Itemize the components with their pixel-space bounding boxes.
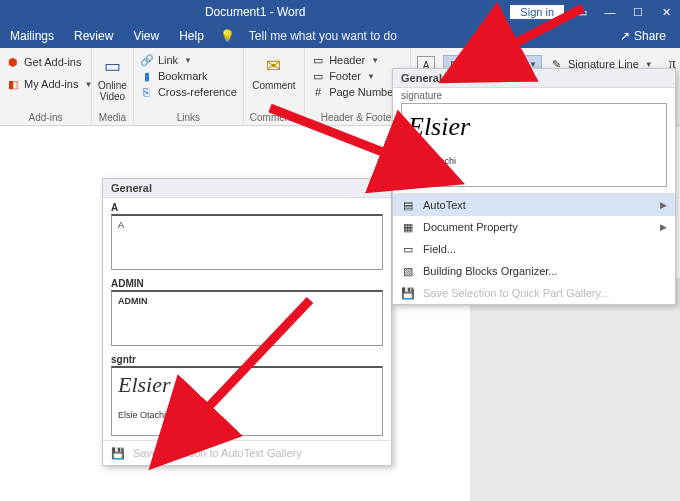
minimize-icon[interactable]: — <box>596 0 624 24</box>
bookmark-icon: ▮ <box>140 69 154 83</box>
crossref-button[interactable]: ⎘ Cross-reference <box>140 84 237 100</box>
chevron-right-icon: ▶ <box>660 200 667 210</box>
save-autotext-label: Save Selection to AutoText Gallery <box>133 447 302 459</box>
share-icon: ↗ <box>620 29 630 43</box>
footer-icon: ▭ <box>311 69 325 83</box>
docprop-menuitem[interactable]: ▦ Document Property ▶ <box>393 216 675 238</box>
quickparts-dropdown: General signature Elsier Elsie Otachi ▤ … <box>392 68 676 305</box>
tabbar: Mailings Review View Help 💡 Tell me what… <box>0 24 680 48</box>
comment-label: Comment <box>252 80 295 91</box>
autotext-admin-preview[interactable]: ADMIN <box>111 290 383 346</box>
group-headerfooter-label: Header & Footer <box>311 112 404 125</box>
crossref-label: Cross-reference <box>158 86 237 98</box>
autotext-admin-content: ADMIN <box>118 296 148 306</box>
autotext-signature-name: Elsie Otachi <box>118 410 376 420</box>
save-icon: 💾 <box>111 446 125 460</box>
online-video-label: OnlineVideo <box>98 80 127 102</box>
quickparts-signature-label: signature <box>393 88 675 101</box>
chevron-down-icon: ▼ <box>371 56 379 65</box>
maximize-icon[interactable]: ☐ <box>624 0 652 24</box>
addins-icon: ◧ <box>6 77 20 91</box>
comment-icon: ✉ <box>262 54 286 78</box>
group-media-label: Media <box>98 112 127 125</box>
store-icon: ⬢ <box>6 55 20 69</box>
save-icon: 💾 <box>401 286 415 300</box>
ribbon-display-icon[interactable]: ▭ <box>568 0 596 24</box>
header-label: Header <box>329 54 365 66</box>
tab-review[interactable]: Review <box>64 29 123 43</box>
tab-mailings[interactable]: Mailings <box>0 29 64 43</box>
pagenum-icon: # <box>311 85 325 99</box>
tab-view[interactable]: View <box>123 29 169 43</box>
autotext-admin-label: ADMIN <box>103 274 391 290</box>
footer-label: Footer <box>329 70 361 82</box>
autotext-signature-script: Elsier <box>118 372 376 398</box>
save-autotext-menuitem: 💾 Save Selection to AutoText Gallery <box>103 440 391 465</box>
signature-name: Elsie Otachi <box>408 156 660 166</box>
autotext-a-content: A <box>118 220 124 230</box>
window-title: Document1 - Word <box>0 5 510 19</box>
lightbulb-icon: 💡 <box>220 29 235 43</box>
get-addins-button[interactable]: ⬢ Get Add-ins <box>6 54 92 70</box>
bborg-label: Building Blocks Organizer... <box>423 265 558 277</box>
get-addins-label: Get Add-ins <box>24 56 81 68</box>
comment-button[interactable]: ✉ Comment <box>252 50 295 91</box>
link-button[interactable]: 🔗 Link ▼ <box>140 52 237 68</box>
header-button[interactable]: ▭ Header ▼ <box>311 52 411 68</box>
signature-script: Elsier <box>408 112 660 142</box>
online-video-button[interactable]: ▭ OnlineVideo <box>98 50 127 102</box>
field-label: Field... <box>423 243 456 255</box>
quickparts-general-header: General <box>393 69 675 88</box>
group-comments-label: Comments <box>250 112 298 125</box>
signin-button[interactable]: Sign in <box>510 5 564 19</box>
group-addins-label: Add-ins <box>6 112 85 125</box>
window-controls: ▭ — ☐ ✕ <box>568 0 680 24</box>
bborg-menuitem[interactable]: ▧ Building Blocks Organizer... <box>393 260 675 282</box>
quickparts-menu: ▤ AutoText ▶ ▦ Document Property ▶ ▭ Fie… <box>393 193 675 304</box>
close-icon[interactable]: ✕ <box>652 0 680 24</box>
pagenum-label: Page Number <box>329 86 397 98</box>
link-icon: 🔗 <box>140 53 154 67</box>
video-icon: ▭ <box>100 54 124 78</box>
link-label: Link <box>158 54 178 66</box>
docprop-icon: ▦ <box>401 220 415 234</box>
bookmark-button[interactable]: ▮ Bookmark <box>140 68 237 84</box>
quickparts-signature-preview[interactable]: Elsier Elsie Otachi <box>401 103 667 187</box>
autotext-a-label: A <box>103 198 391 214</box>
crossref-icon: ⎘ <box>140 85 154 99</box>
bookmark-label: Bookmark <box>158 70 208 82</box>
autotext-sgntr-label: sgntr <box>103 350 391 366</box>
autotext-label: AutoText <box>423 199 466 211</box>
save-quickpart-menuitem: 💾 Save Selection to Quick Part Gallery..… <box>393 282 675 304</box>
chevron-right-icon: ▶ <box>660 222 667 232</box>
save-quickpart-label: Save Selection to Quick Part Gallery... <box>423 287 609 299</box>
my-addins-button[interactable]: ◧ My Add-ins ▼ <box>6 76 92 92</box>
field-menuitem[interactable]: ▭ Field... <box>393 238 675 260</box>
bborg-icon: ▧ <box>401 264 415 278</box>
autotext-menuitem[interactable]: ▤ AutoText ▶ <box>393 194 675 216</box>
titlebar: Document1 - Word Sign in ▭ — ☐ ✕ <box>0 0 680 24</box>
field-icon: ▭ <box>401 242 415 256</box>
group-links-label: Links <box>140 112 237 125</box>
chevron-down-icon: ▼ <box>184 56 192 65</box>
header-icon: ▭ <box>311 53 325 67</box>
tab-help[interactable]: Help <box>169 29 214 43</box>
autotext-sgntr-preview[interactable]: Elsier Elsie Otachi <box>111 366 383 436</box>
my-addins-label: My Add-ins <box>24 78 78 90</box>
tellme-input[interactable]: Tell me what you want to do <box>239 29 407 43</box>
autotext-gallery: General A A ADMIN ADMIN sgntr Elsier Els… <box>102 178 392 466</box>
autotext-a-preview[interactable]: A <box>111 214 383 270</box>
share-label: Share <box>634 29 666 43</box>
autotext-general-header: General <box>103 179 391 198</box>
chevron-down-icon: ▼ <box>367 72 375 81</box>
margin-guide <box>470 278 680 501</box>
share-button[interactable]: ↗ Share <box>620 29 680 43</box>
docprop-label: Document Property <box>423 221 518 233</box>
autotext-icon: ▤ <box>401 198 415 212</box>
